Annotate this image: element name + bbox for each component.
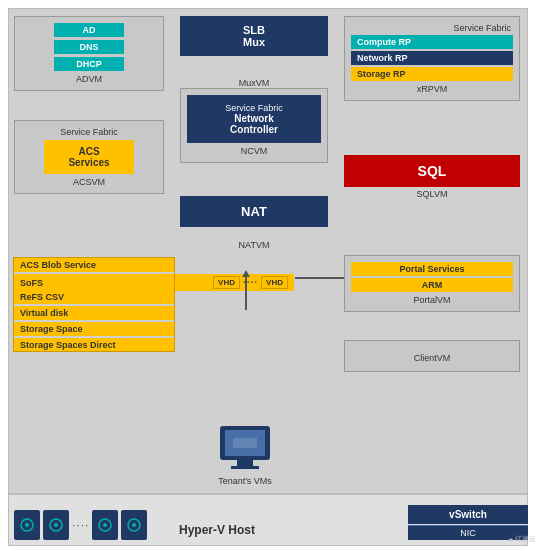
acs-blob-row: ACS Blob Service: [14, 258, 174, 272]
tenant-label: Tenant's VMs: [195, 476, 295, 486]
diagram: Hyper-V Host AD DNS DHCP ADVM Service Fa…: [0, 0, 536, 546]
portal-services-box: Portal Services: [351, 262, 513, 276]
sql-box: SQL: [344, 155, 520, 187]
arm-box: ARM: [351, 278, 513, 292]
clientvm-label: ClientVM: [414, 353, 451, 363]
acs-services-box: ACS Services: [44, 140, 134, 174]
disk-icon-3: [92, 510, 118, 540]
svg-point-1: [25, 523, 29, 527]
dns-box: DNS: [54, 40, 124, 54]
svg-rect-12: [233, 438, 257, 448]
network-rp-box: Network RP: [351, 51, 513, 65]
sofs-label: SoFS: [20, 278, 43, 288]
tenant-vm-icon: [215, 424, 275, 474]
slb-box: SLB Mux: [180, 16, 328, 56]
dhcp-box: DHCP: [54, 57, 124, 71]
ncvm-inner-box: Service Fabric Network Controller: [187, 95, 321, 143]
svg-point-5: [103, 523, 107, 527]
vhd-container: VHD ···· VHD: [213, 276, 288, 289]
arrow-head-up: [242, 270, 250, 277]
virtual-disk-row: Virtual disk: [14, 306, 174, 320]
vhd1-box: VHD: [213, 276, 240, 289]
sqlvm-label: SQLVM: [344, 189, 520, 199]
muxvm-label: MuxVM: [239, 78, 270, 88]
nat-box: NAT: [180, 196, 328, 227]
clientvm-box: ClientVM: [344, 340, 520, 372]
xrpvm-label: xRPVM: [351, 84, 513, 94]
ad-box: AD: [54, 23, 124, 37]
svg-point-3: [54, 523, 58, 527]
advm-box: AD DNS DHCP ADVM: [14, 16, 164, 91]
vswitch-box: vSwitch: [408, 505, 528, 524]
acsvm-parent-label: Service Fabric: [21, 127, 157, 137]
sofs-row: SoFS VHD ···· VHD: [14, 274, 294, 291]
mux-label: Mux: [188, 36, 320, 48]
arrow-right: [295, 277, 347, 279]
arrow-shaft: [245, 275, 247, 310]
watermark: ☁ 亿速云: [507, 534, 536, 544]
storage-space-row: Storage Space: [14, 322, 174, 336]
nat-label: NAT: [188, 204, 320, 219]
storage-rp-box: Storage RP: [351, 67, 513, 81]
services-label: Services: [52, 157, 126, 168]
advm-label: ADVM: [21, 74, 157, 84]
controller-label: Controller: [195, 124, 313, 135]
portalvm-box: Portal Services ARM PortalVM: [344, 255, 520, 312]
vhd2-box: VHD: [261, 276, 288, 289]
xrpvm-box: Service Fabric Compute RP Network RP Sto…: [344, 16, 520, 101]
nc-label: Network: [195, 113, 313, 124]
portalvm-label: PortalVM: [351, 295, 513, 305]
disk-separator-dots: ····: [72, 518, 89, 532]
acsvm-box: Service Fabric ACS Services ACSVM: [14, 120, 164, 194]
disk-icon-2: [43, 510, 69, 540]
disk-icon-4: [121, 510, 147, 540]
slb-label: SLB: [188, 24, 320, 36]
ncvm-outer-box: Service Fabric Network Controller NCVM: [180, 88, 328, 163]
disk-icons-group: ····: [14, 510, 147, 540]
tenant-vm-area: Tenant's VMs: [195, 424, 295, 486]
sqlvm-area: SQL SQLVM: [344, 155, 520, 199]
storage-spaces-direct-row: Storage Spaces Direct: [14, 338, 174, 352]
sf-nc-parent: Service Fabric: [195, 103, 313, 113]
natvm-label-area: NATVM: [180, 234, 328, 252]
watermark-icon: ☁: [507, 535, 514, 543]
compute-rp-box: Compute RP: [351, 35, 513, 49]
acsvm-label: ACSVM: [21, 177, 157, 187]
svg-rect-10: [237, 460, 253, 466]
ncvm-label: NCVM: [187, 146, 321, 156]
watermark-text: 亿速云: [515, 534, 536, 544]
natvm-label: NATVM: [239, 240, 270, 250]
sf-right-label: Service Fabric: [351, 23, 513, 33]
svg-rect-11: [231, 466, 259, 469]
hyperv-label: Hyper-V Host: [179, 523, 255, 537]
refs-row: ReFS CSV: [14, 290, 174, 304]
disk-icon-1: [14, 510, 40, 540]
acs-label: ACS: [52, 146, 126, 157]
svg-point-7: [132, 523, 136, 527]
